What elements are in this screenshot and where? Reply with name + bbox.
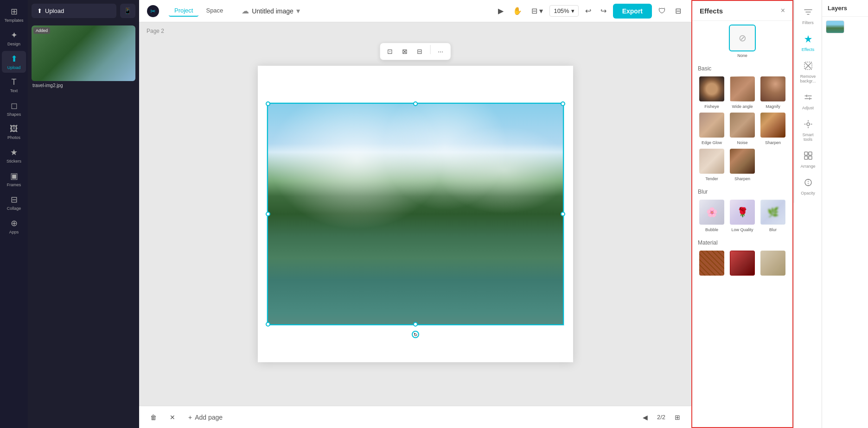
more-button[interactable]: ···: [434, 45, 447, 58]
canvas-wrapper[interactable]: ↻: [139, 22, 691, 406]
material3-preview: [760, 251, 785, 276]
handle-top-right[interactable]: [561, 101, 565, 106]
rs-filters[interactable]: Filters: [796, 4, 820, 29]
effects-close-button[interactable]: ×: [781, 6, 785, 15]
effect-sharpen2[interactable]: Sharpen: [728, 148, 756, 181]
crop-button[interactable]: ⊡: [383, 45, 396, 58]
rs-smart-tools[interactable]: Smart tools: [796, 116, 820, 145]
sidebar-item-photos[interactable]: 🖼 Photos: [2, 121, 26, 143]
cursor-tool-button[interactable]: ▶: [495, 4, 506, 18]
sidebar-item-frames[interactable]: ▣ Frames: [2, 168, 26, 190]
sidebar-item-upload[interactable]: ⬆ Upload: [2, 51, 26, 73]
more-options-button[interactable]: ⊟: [672, 4, 684, 18]
device-button[interactable]: 📱: [120, 4, 135, 18]
effect-noise[interactable]: Noise: [728, 112, 756, 145]
title-dropdown-icon[interactable]: ▾: [296, 6, 300, 15]
material-section-title: Material: [698, 239, 787, 246]
handle-bottom-middle[interactable]: [413, 322, 418, 327]
svg-point-8: [805, 179, 811, 186]
hand-tool-button[interactable]: ✋: [510, 4, 525, 18]
rs-opacity[interactable]: Opacity: [796, 174, 820, 199]
wide-angle-label: Wide angle: [732, 104, 753, 109]
floating-toolbar: ⊡ ⊠ ⊟ ···: [379, 43, 451, 60]
rs-remove-bg[interactable]: Remove backgr...: [796, 57, 820, 87]
effect-edge-glow[interactable]: Edge Glow: [698, 112, 726, 145]
upload-button[interactable]: ⬆ Upload: [32, 4, 116, 18]
basic-effects-grid: Fisheye Wide angle Magnify Edge Glow: [698, 76, 787, 181]
canvas-area: Page 2 ⊡ ⊠ ⊟ ··· ↻: [139, 22, 691, 428]
expand-button[interactable]: ⊞: [671, 411, 684, 424]
handle-top-left[interactable]: [266, 101, 270, 106]
rs-arrange[interactable]: Arrange: [796, 147, 820, 172]
rs-effects[interactable]: Effects: [796, 31, 820, 56]
effect-wide-angle[interactable]: Wide angle: [728, 76, 756, 109]
app-logo: ✂: [147, 5, 160, 18]
sidebar-item-apps[interactable]: ⊕ Apps: [2, 215, 26, 237]
apps-icon: ⊕: [11, 218, 18, 228]
handle-middle-right[interactable]: [561, 212, 565, 216]
flip-button[interactable]: ⊟: [413, 45, 426, 58]
upload-item[interactable]: Added travel-img2.jpg: [32, 25, 135, 88]
rs-adjust[interactable]: Adjust: [796, 89, 820, 114]
effect-material3[interactable]: [759, 250, 787, 278]
filters-icon: [804, 7, 813, 19]
trash-button[interactable]: ✕: [166, 411, 179, 424]
left-panel-header: ⬆ Upload 📱: [28, 0, 139, 22]
bottom-bar: 🗑 ✕ + Add page ◀ 2/2 ⊞: [139, 406, 691, 428]
effect-none[interactable]: ⊘ None: [698, 25, 787, 58]
frame-tool-button[interactable]: ⊟ ▾: [529, 4, 546, 18]
wide-angle-preview: [730, 76, 755, 101]
sidebar-item-text[interactable]: T Text: [2, 75, 26, 96]
undo-button[interactable]: ↩: [582, 4, 594, 18]
smart-tools-label: Smart tools: [798, 132, 818, 142]
filters-label: Filters: [802, 20, 814, 25]
handle-middle-left[interactable]: [266, 212, 270, 216]
effect-blur[interactable]: 🌿 Blur: [759, 199, 787, 232]
blur-section-title: Blur: [698, 189, 787, 195]
material1-thumb: [698, 250, 725, 277]
material-effects-grid: [698, 250, 787, 278]
handle-bottom-left[interactable]: [266, 322, 270, 327]
material2-thumb: [729, 250, 756, 277]
layer-item[interactable]: [822, 17, 868, 37]
photos-icon: 🖼: [10, 124, 18, 134]
effect-material2[interactable]: [728, 250, 756, 278]
basic-section-title: Basic: [698, 65, 787, 72]
effect-magnify[interactable]: Magnify: [759, 76, 787, 109]
page-label: Page 2: [147, 28, 164, 34]
effect-sharpen[interactable]: Sharpen: [759, 112, 787, 145]
added-badge: Added: [33, 27, 50, 34]
export-button[interactable]: Export: [613, 4, 652, 19]
sidebar-item-stickers[interactable]: ★ Stickers: [2, 145, 26, 166]
material2-preview: [730, 251, 755, 276]
nav-project[interactable]: Project: [169, 5, 198, 17]
nav-space[interactable]: Space: [200, 5, 229, 17]
effect-tender[interactable]: Tender: [698, 148, 726, 181]
effect-material1[interactable]: [698, 250, 726, 278]
mask-button[interactable]: ⊠: [398, 45, 411, 58]
sidebar-item-templates[interactable]: ⊞ Templates: [2, 4, 26, 25]
svg-rect-6: [804, 156, 808, 159]
effects-panel: Effects × ⊘ None Basic Fisheye Wid: [691, 0, 793, 428]
shapes-icon: ◻: [11, 101, 18, 111]
effect-low-quality[interactable]: 🌹 Low Quality: [728, 199, 756, 232]
sharpen2-preview: [730, 149, 755, 174]
image-selection[interactable]: ↻: [267, 103, 564, 325]
rotate-handle[interactable]: ↻: [412, 331, 419, 338]
magnify-label: Magnify: [766, 104, 780, 109]
handle-top-middle[interactable]: [413, 101, 418, 106]
effect-bubble[interactable]: 🌸 Bubble: [698, 199, 726, 232]
collapse-panels-button[interactable]: ◀: [639, 411, 651, 424]
document-title[interactable]: Untitled image: [252, 7, 294, 15]
shield-icon[interactable]: 🛡: [656, 4, 669, 18]
redo-button[interactable]: ↪: [598, 4, 609, 18]
sidebar-item-design[interactable]: ✦ Design: [2, 27, 26, 49]
effects-icon: [804, 34, 813, 46]
add-page-button[interactable]: + Add page: [185, 411, 226, 424]
effect-fisheye[interactable]: Fisheye: [698, 76, 726, 109]
delete-page-button[interactable]: 🗑: [147, 411, 160, 424]
sidebar-item-shapes[interactable]: ◻ Shapes: [2, 98, 26, 120]
sharpen-label: Sharpen: [765, 140, 781, 145]
sidebar-item-collage[interactable]: ⊟ Collage: [2, 192, 26, 214]
zoom-control[interactable]: 105% ▾: [549, 5, 578, 17]
